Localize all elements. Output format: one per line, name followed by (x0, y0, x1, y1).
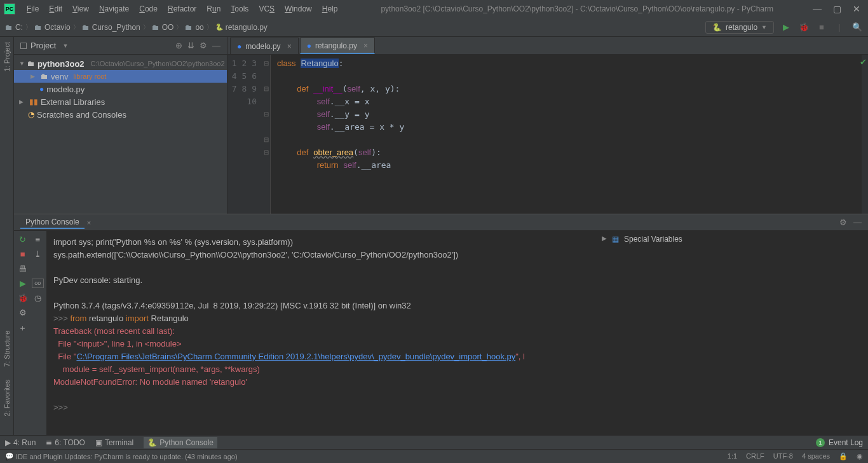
structure-tool-button[interactable]: 7: Structure (3, 331, 11, 367)
breadcrumb-item[interactable]: Curso_Python (92, 23, 140, 32)
menu-vcs[interactable]: VCS (255, 3, 278, 15)
todo-tool-button[interactable]: ≣ 6: TODO (46, 438, 85, 447)
settings-icon[interactable]: ⚙ (17, 308, 29, 317)
stop-button[interactable]: ■ (816, 22, 827, 32)
menu-navigate[interactable]: Navigate (95, 3, 133, 15)
tree-venv[interactable]: ▶ 🖿 venv library root (14, 70, 227, 83)
close-tab-icon[interactable]: × (363, 41, 368, 50)
run-tool-button[interactable]: ▶ 4: Run (5, 438, 36, 447)
var-icon[interactable]: oo (32, 279, 44, 288)
scroll-icon[interactable]: ⤓ (32, 249, 44, 259)
inspection-ok-icon[interactable]: ✔ (860, 57, 867, 67)
tree-scratches[interactable]: ◔ Scratches and Consoles (14, 108, 227, 121)
add-icon[interactable]: ＋ (17, 322, 29, 334)
folder-icon: 🖿 (27, 59, 35, 68)
menu-refactor[interactable]: Refactor (164, 3, 200, 15)
history-icon[interactable]: ◷ (32, 293, 44, 303)
project-tool-button[interactable]: 1: Project (3, 42, 11, 71)
menu-tools[interactable]: Tools (227, 3, 252, 15)
menu-window[interactable]: Window (281, 3, 316, 15)
hide-icon[interactable]: — (212, 41, 220, 50)
caret-position[interactable]: 1:1 (728, 452, 737, 460)
menu-help[interactable]: Help (318, 3, 342, 15)
hide-icon[interactable]: — (853, 218, 862, 227)
folder-icon: 🖿 (152, 23, 159, 32)
rerun-icon[interactable]: ↻ (17, 235, 29, 244)
left-tool-stripe: 1: Project 7: Structure 2: Favorites (0, 37, 14, 435)
chevron-right-icon[interactable]: ▶ (31, 73, 38, 79)
wrap-icon[interactable]: ≡ (32, 235, 44, 244)
menu-file[interactable]: File (23, 3, 43, 15)
tab-retangulo[interactable]: ● retangulo.py × (300, 38, 375, 54)
chevron-down-icon[interactable]: ▼ (19, 60, 25, 67)
run-button[interactable]: ▶ (780, 22, 792, 32)
code-editor[interactable]: 1 2 3 4 5 6 7 8 9 10 ⊟ ⊟ ⊟ ⊟ ⊟ class Ret… (227, 55, 868, 214)
maximize-icon[interactable]: ▢ (833, 4, 841, 14)
run-configuration-dropdown[interactable]: 🐍 retangulo ▼ (705, 21, 774, 34)
code-content[interactable]: class Retangulo: def __init__(self, x, y… (271, 55, 862, 214)
minimize-icon[interactable]: — (813, 4, 822, 14)
favorites-tool-button[interactable]: 2: Favorites (3, 380, 11, 416)
debug-button[interactable]: 🐞 (798, 22, 810, 32)
editor-tabs: ● modelo.py × ● retangulo.py × (227, 37, 868, 55)
menu-run[interactable]: Run (203, 3, 224, 15)
folder-icon: 🖿 (5, 23, 13, 32)
tab-modelo[interactable]: ● modelo.py × (230, 38, 299, 54)
console-tab[interactable]: Python Console (20, 216, 85, 229)
line-separator[interactable]: CRLF (746, 452, 764, 460)
terminal-tool-button[interactable]: ▣ Terminal (95, 438, 133, 447)
special-variables-label[interactable]: Special Variables (624, 235, 682, 244)
gear-icon[interactable]: ⚙ (839, 218, 847, 227)
file-link[interactable]: C:\Program Files\JetBrains\PyCharm Commu… (76, 352, 515, 361)
file-encoding[interactable]: UTF-8 (773, 452, 793, 460)
stop-icon[interactable]: ■ (17, 249, 29, 259)
tree-external-libraries[interactable]: ▶ ▮▮ External Libraries (14, 95, 227, 108)
menu-edit[interactable]: Edit (45, 3, 66, 15)
close-tab-icon[interactable]: × (287, 42, 292, 51)
notification-icon[interactable]: 💬 (5, 452, 14, 460)
folder-icon: 🖿 (82, 23, 90, 32)
event-log-button[interactable]: Event Log (829, 438, 863, 447)
status-message: IDE and Plugin Updates: PyCharm is ready… (16, 453, 238, 460)
project-view-icon (20, 43, 27, 49)
breadcrumb-item[interactable]: retangulo.py (226, 23, 268, 32)
variables-panel: ▶ ▦ Special Variables (595, 231, 868, 435)
menu-view[interactable]: View (69, 3, 93, 15)
tree-root[interactable]: ▼ 🖿 python3oo2 C:\Octavio\Curso_Python\O… (14, 57, 227, 70)
chevron-right-icon[interactable]: ▶ (602, 235, 607, 242)
debug-icon[interactable]: 🐞 (17, 293, 29, 303)
divider: | (834, 22, 845, 32)
breadcrumb-item[interactable]: Octavio (44, 23, 71, 32)
python-console-tool-button[interactable]: 🐍 Python Console (144, 437, 217, 448)
locate-icon[interactable]: ⊕ (175, 41, 182, 50)
play-icon[interactable]: ▶ (17, 279, 29, 288)
console-output[interactable]: import sys; print('Python %s on %s' % (s… (47, 231, 595, 435)
python-file-icon: ● (39, 85, 44, 93)
pycharm-icon: PC (4, 3, 15, 15)
gear-icon[interactable]: ⚙ (200, 41, 207, 50)
close-console-tab-icon[interactable]: × (87, 219, 91, 226)
grid-icon: ▦ (612, 235, 619, 244)
inspector-icon[interactable]: ◉ (857, 452, 863, 460)
titlebar: PC File Edit View Navigate Code Refactor… (0, 0, 868, 18)
lock-icon[interactable]: 🔒 (839, 452, 848, 460)
main-menu: File Edit View Navigate Code Refactor Ru… (23, 3, 341, 15)
breadcrumb-item[interactable]: C: (15, 23, 23, 32)
collapse-icon[interactable]: ⇊ (187, 41, 194, 50)
folder-icon: 🖿 (185, 23, 193, 32)
print-icon[interactable]: 🖶 (17, 264, 29, 273)
python-console-panel: Python Console × ⚙ — ↻ ≡ ■ ⤓ 🖶 ▶ oo 🐞 (14, 214, 868, 435)
breadcrumb-item[interactable]: oo (195, 23, 203, 32)
search-everywhere-button[interactable]: 🔍 (851, 22, 863, 32)
close-icon[interactable]: ✕ (853, 4, 860, 14)
chevron-right-icon[interactable]: ▶ (19, 99, 27, 105)
indent-settings[interactable]: 4 spaces (802, 452, 830, 460)
navigation-bar: 🖿 C:〉 🖿 Octavio〉 🖿 Curso_Python〉 🖿 OO〉 🖿… (0, 18, 868, 37)
chevron-down-icon: ▼ (761, 24, 767, 31)
tree-file-modelo[interactable]: ● modelo.py (14, 83, 227, 95)
project-panel-title[interactable]: Project ▼ (20, 41, 68, 50)
run-config-name: retangulo (726, 23, 757, 32)
menu-code[interactable]: Code (135, 3, 161, 15)
project-panel: Project ▼ ⊕ ⇊ ⚙ — ▼ 🖿 python3oo2 (14, 37, 227, 214)
breadcrumb-item[interactable]: OO (162, 23, 174, 32)
